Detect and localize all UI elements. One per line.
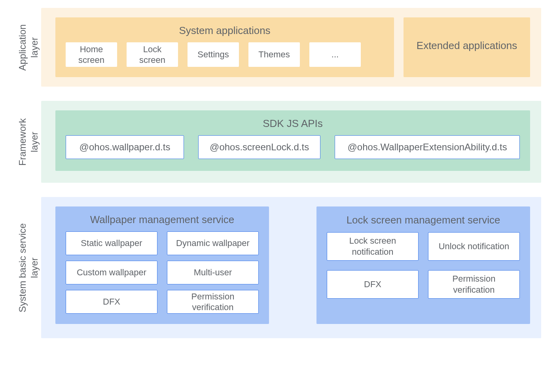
extended-applications-panel: Extended applications bbox=[404, 17, 530, 77]
api-wallpaper: @ohos.wallpaper.d.ts bbox=[66, 135, 184, 159]
api-wallpaper-extension: @ohos.WallpaperExtensionAbility.d.ts bbox=[335, 135, 520, 159]
wallpaper-management-service-title: Wallpaper management service bbox=[66, 214, 259, 226]
svc-lock-screen-notification: Lock screen notification bbox=[327, 232, 419, 261]
app-settings: Settings bbox=[188, 42, 239, 67]
application-layer: Applicationlayer System applications Hom… bbox=[16, 8, 541, 87]
svc-unlock-notification: Unlock notification bbox=[428, 232, 520, 261]
svc-multi-user: Multi-user bbox=[167, 261, 259, 284]
lock-screen-service-items: Lock screen notification Unlock notifica… bbox=[327, 232, 520, 299]
system-basic-service-layer: System basic servicelayer Wallpaper mana… bbox=[16, 197, 541, 338]
sdk-js-apis-items: @ohos.wallpaper.d.ts @ohos.screenLock.d.… bbox=[66, 135, 520, 159]
svc-dfx-wallpaper: DFX bbox=[66, 290, 157, 314]
api-screenlock: @ohos.screenLock.d.ts bbox=[198, 135, 320, 159]
framework-layer: Frameworklayer SDK JS APIs @ohos.wallpap… bbox=[16, 101, 541, 183]
app-lock-screen: Lock screen bbox=[127, 42, 178, 67]
svc-permission-lockscreen: Permission verification bbox=[428, 270, 520, 299]
system-applications-items: Home screen Lock screen Settings Themes … bbox=[66, 42, 384, 67]
app-home-screen: Home screen bbox=[66, 42, 117, 67]
lock-screen-management-service-panel: Lock screen management service Lock scre… bbox=[316, 206, 530, 324]
framework-layer-label: Frameworklayer bbox=[16, 101, 41, 183]
app-more: ... bbox=[309, 42, 361, 67]
wallpaper-service-items: Static wallpaper Dynamic wallpaper Custo… bbox=[66, 231, 259, 314]
application-layer-body: System applications Home screen Lock scr… bbox=[41, 8, 541, 87]
framework-layer-body: SDK JS APIs @ohos.wallpaper.d.ts @ohos.s… bbox=[41, 101, 541, 183]
system-basic-service-layer-label: System basic servicelayer bbox=[16, 197, 41, 338]
system-applications-title: System applications bbox=[66, 25, 384, 37]
app-themes: Themes bbox=[248, 42, 300, 67]
lock-screen-management-service-title: Lock screen management service bbox=[327, 214, 520, 227]
extended-applications-title: Extended applications bbox=[417, 40, 517, 52]
system-applications-panel: System applications Home screen Lock scr… bbox=[55, 17, 394, 77]
svc-dfx-lockscreen: DFX bbox=[327, 270, 419, 299]
application-layer-label: Applicationlayer bbox=[16, 8, 41, 87]
svc-permission-wallpaper: Permission verification bbox=[167, 290, 259, 314]
sdk-js-apis-title: SDK JS APIs bbox=[66, 117, 520, 130]
svc-dynamic-wallpaper: Dynamic wallpaper bbox=[167, 231, 259, 255]
svc-static-wallpaper: Static wallpaper bbox=[66, 231, 157, 255]
svc-custom-wallpaper: Custom wallpaper bbox=[66, 261, 157, 284]
system-basic-service-layer-body: Wallpaper management service Static wall… bbox=[41, 197, 541, 338]
sdk-js-apis-panel: SDK JS APIs @ohos.wallpaper.d.ts @ohos.s… bbox=[55, 110, 530, 171]
wallpaper-management-service-panel: Wallpaper management service Static wall… bbox=[55, 206, 269, 324]
